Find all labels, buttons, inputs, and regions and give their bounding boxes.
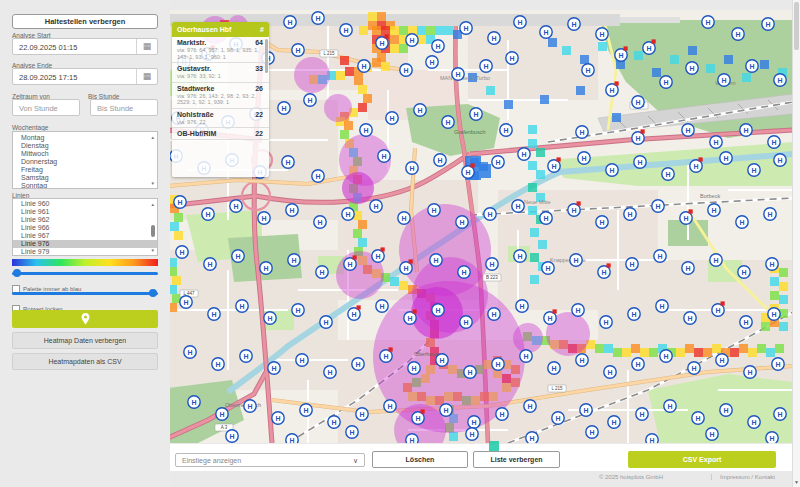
bus-stop-marker[interactable]: H: [692, 412, 704, 424]
bus-stop-marker[interactable]: H: [202, 208, 214, 220]
bus-stop-marker[interactable]: H: [710, 136, 722, 148]
bus-stop-marker[interactable]: H: [744, 366, 756, 378]
locate-button[interactable]: [12, 310, 158, 328]
bus-stop-marker[interactable]: H: [520, 350, 532, 362]
stop-list-row[interactable]: OB-Hbf/RIM22: [172, 128, 269, 140]
slider-thumb[interactable]: [149, 289, 157, 297]
bus-stop-marker[interactable]: H: [236, 300, 248, 312]
bus-stop-marker[interactable]: H: [764, 208, 776, 220]
bus-stop-marker[interactable]: H: [434, 154, 446, 166]
stop-list-row[interactable]: Nohlstraße22via: 976: 22: [172, 109, 269, 129]
bus-stop-marker[interactable]: H: [430, 254, 442, 266]
bus-stop-marker[interactable]: H: [732, 28, 744, 40]
line-item[interactable]: Linie 960: [13, 200, 157, 208]
bus-stop-marker[interactable]: H: [740, 124, 752, 136]
bus-stop-marker[interactable]: H: [320, 316, 332, 328]
bus-stop-marker[interactable]: H: [600, 316, 612, 328]
slider-thumb[interactable]: [13, 269, 21, 277]
bus-stop-marker[interactable]: H: [716, 354, 728, 366]
calendar-icon[interactable]: ▦: [136, 69, 157, 84]
bus-stop-marker[interactable]: H: [766, 432, 778, 443]
bus-stop-marker[interactable]: H: [216, 408, 228, 420]
hide-heatmap-button[interactable]: Heatmap Daten verbergen: [12, 332, 158, 349]
hide-stops-button[interactable]: Haltestellen verbergen: [12, 14, 158, 29]
bus-stop-marker[interactable]: H: [456, 216, 468, 228]
bus-stop-marker[interactable]: H: [576, 354, 588, 366]
bus-stop-marker[interactable]: H: [596, 28, 608, 40]
bus-stop-marker[interactable]: H: [710, 254, 722, 266]
bus-stop-marker[interactable]: H: [516, 300, 528, 312]
bus-stop-marker[interactable]: H: [634, 156, 646, 168]
bus-stop-marker[interactable]: H: [232, 250, 244, 262]
bus-stop-marker[interactable]: H: [708, 204, 720, 216]
bus-stop-marker[interactable]: H: [174, 196, 186, 208]
bus-stop-marker[interactable]: H: [572, 304, 584, 316]
red-value-slider[interactable]: [12, 289, 158, 297]
bus-stop-marker[interactable]: H: [346, 426, 358, 438]
bus-stop-marker[interactable]: H: [272, 412, 284, 424]
bus-stop-marker[interactable]: H: [518, 148, 530, 160]
bus-stop-marker[interactable]: H: [636, 408, 648, 420]
bus-stop-marker[interactable]: H: [352, 358, 364, 370]
bus-stop-marker[interactable]: H: [406, 434, 418, 443]
scrollbar-down-icon[interactable]: ▼: [793, 479, 800, 485]
bus-stop-marker[interactable]: H: [586, 426, 598, 438]
bus-stop-marker[interactable]: H: [324, 366, 336, 378]
bus-stop-marker[interactable]: H: [278, 102, 290, 114]
list-scrollbar-thumb[interactable]: [151, 225, 155, 237]
bus-stop-marker[interactable]: H: [526, 432, 538, 443]
bus-stop-marker[interactable]: H: [406, 162, 418, 174]
bus-stop-marker[interactable]: H: [244, 400, 256, 412]
bus-stop-marker[interactable]: H: [628, 308, 640, 320]
bus-stop-marker[interactable]: H: [312, 170, 324, 182]
bus-stop-marker[interactable]: H: [718, 74, 730, 86]
bus-stop-marker[interactable]: H: [736, 216, 748, 228]
bus-stop-marker[interactable]: H: [660, 350, 672, 362]
bus-stop-marker[interactable]: H: [408, 362, 420, 374]
bus-stop-marker[interactable]: H: [766, 258, 778, 270]
bus-stop-marker[interactable]: H: [398, 212, 410, 224]
bus-stop-marker[interactable]: H: [240, 350, 252, 362]
bus-stop-marker[interactable]: H: [258, 212, 270, 224]
bus-stop-marker[interactable]: H: [264, 312, 276, 324]
bus-stop-marker[interactable]: H: [488, 308, 500, 320]
bus-stop-marker[interactable]: H: [514, 250, 526, 262]
bus-stop-marker[interactable]: H: [684, 312, 696, 324]
bus-stop-marker[interactable]: H: [282, 156, 294, 168]
bus-stop-marker[interactable]: H: [646, 434, 658, 443]
bus-stop-marker[interactable]: H: [664, 400, 676, 412]
bus-stop-marker[interactable]: H: [432, 304, 444, 316]
panel-scrollbar-thumb[interactable]: [265, 39, 268, 73]
bus-stop-marker[interactable]: H: [652, 200, 664, 212]
weekday-item[interactable]: Donnerstag: [13, 158, 157, 166]
bus-stop-marker[interactable]: H: [706, 428, 718, 440]
bus-stop-marker[interactable]: H: [682, 124, 694, 136]
weekday-item[interactable]: Freitag: [13, 166, 157, 174]
bus-stop-marker[interactable]: H: [296, 354, 308, 366]
calendar-icon[interactable]: ▦: [136, 39, 157, 54]
stop-list-row[interactable]: Stadtwerke26via: 976: 26, 143: 2, 98: 2,…: [172, 83, 269, 109]
bus-stop-marker[interactable]: H: [578, 152, 590, 164]
bus-stop-marker[interactable]: H: [316, 266, 328, 278]
bus-stop-marker[interactable]: H: [496, 408, 508, 420]
bus-stop-marker[interactable]: H: [460, 22, 472, 34]
stop-list-row[interactable]: Gustavstr.33via: 976: 33, 92: 1: [172, 63, 269, 83]
weekday-item[interactable]: Montag: [13, 134, 157, 142]
bus-stop-marker[interactable]: H: [682, 262, 694, 274]
bus-stop-marker[interactable]: H: [432, 40, 444, 52]
bus-stop-marker[interactable]: H: [492, 156, 504, 168]
bus-stop-marker[interactable]: H: [488, 32, 500, 44]
boardings-select[interactable]: Einstiege anzeigen ∨: [175, 453, 365, 467]
bus-stop-marker[interactable]: H: [596, 216, 608, 228]
bis-stunde-input[interactable]: Bis Stunde: [90, 99, 158, 116]
line-item[interactable]: Linie 962: [13, 216, 157, 224]
bus-stop-marker[interactable]: H: [484, 208, 496, 220]
bus-stop-marker[interactable]: H: [576, 126, 588, 138]
hide-list-button[interactable]: Liste verbergen: [473, 451, 560, 468]
linien-listbox[interactable]: ▲ ▼ Linie 960Linie 961Linie 962Linie 966…: [12, 198, 158, 256]
scroll-up-icon[interactable]: ▲: [151, 135, 155, 140]
bus-stop-marker[interactable]: H: [230, 200, 242, 212]
line-item[interactable]: Linie 966: [13, 224, 157, 232]
line-item[interactable]: Linie 967: [13, 232, 157, 240]
bus-stop-marker[interactable]: H: [188, 396, 200, 408]
